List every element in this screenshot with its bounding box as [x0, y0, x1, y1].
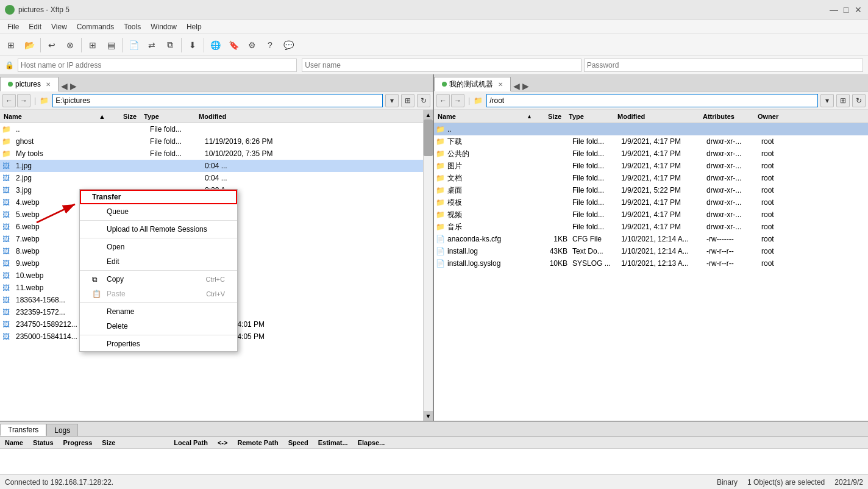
right-path-dropdown[interactable]: ▾	[820, 94, 834, 107]
ctx-copy[interactable]: ⧉ Copy Ctrl+C	[80, 272, 237, 287]
left-back-btn[interactable]: ←	[2, 94, 16, 107]
th-elapsed: Elapse...	[353, 437, 390, 448]
bottom-area: Transfers Logs Name Status Progress Size…	[0, 421, 868, 474]
folder-icon: 📁	[435, 137, 445, 146]
help-button[interactable]: ?	[261, 37, 279, 54]
transfer-button[interactable]: ⇄	[143, 37, 160, 54]
new-file-button[interactable]: 📄	[125, 37, 142, 54]
list-item[interactable]: 📁 ..	[434, 123, 868, 135]
ctx-transfer[interactable]: Transfer	[80, 190, 237, 204]
menu-tools[interactable]: Tools	[119, 21, 146, 32]
left-path-input[interactable]	[52, 94, 383, 107]
ctx-rename[interactable]: Rename	[80, 304, 237, 319]
image-icon: 🖼	[1, 247, 11, 255]
image-icon: 🖼	[1, 271, 11, 280]
list-item[interactable]: 📁 My tools File fold... 10/10/2020, 7:35…	[0, 148, 423, 160]
list-item[interactable]: 🖼 2.jpg 0:04 ...	[0, 172, 423, 184]
menu-edit[interactable]: Edit	[24, 21, 46, 32]
right-tab-prev[interactable]: ◀	[513, 81, 520, 91]
list-item[interactable]: 📁 桌面 File fold... 1/9/2021, 5:22 PM drwx…	[434, 184, 868, 196]
back-button[interactable]: ↩	[43, 37, 60, 54]
close-button[interactable]: ✕	[853, 5, 863, 15]
right-refresh-btn[interactable]: ↻	[852, 94, 866, 107]
right-list-header: Name ▲ Size Type Modified Attributes Own…	[434, 110, 868, 123]
list-item[interactable]: 🖼 1.jpg 0:04 ...	[0, 160, 423, 172]
maximize-button[interactable]: □	[841, 5, 851, 15]
right-tab-next[interactable]: ▶	[522, 81, 529, 91]
ctx-queue[interactable]: Queue	[80, 204, 237, 219]
ctx-paste[interactable]: 📋 Paste Ctrl+V	[80, 287, 237, 301]
tab-logs[interactable]: Logs	[46, 424, 78, 436]
left-list-header: Name ▲ Size Type Modified	[0, 110, 423, 123]
username-input[interactable]	[302, 59, 581, 72]
tab-transfers[interactable]: Transfers	[0, 424, 46, 436]
th-speed: Speed	[283, 437, 313, 448]
menu-view[interactable]: View	[46, 21, 72, 32]
new-session-button[interactable]: ⊞	[2, 37, 20, 54]
list-item[interactable]: 📁 音乐 File fold... 1/9/2021, 4:17 PM drwx…	[434, 221, 868, 233]
lock-icon: 🔒	[5, 61, 14, 70]
down-button[interactable]: ⬇	[184, 37, 201, 54]
list-item[interactable]: 📁 .. File fold...	[0, 123, 423, 135]
right-tab-main[interactable]: 我的测试机器 ✕	[434, 77, 511, 91]
ctx-delete[interactable]: Delete	[80, 319, 237, 334]
list-item[interactable]: 📁 ghost File fold... 11/19/2019, 6:26 PM	[0, 135, 423, 148]
left-tab-prev[interactable]: ◀	[61, 81, 68, 91]
right-forward-btn[interactable]: →	[451, 94, 464, 107]
list-item[interactable]: 📁 视频 File fold... 1/9/2021, 4:17 PM drwx…	[434, 209, 868, 221]
list-item[interactable]: 📄 anaconda-ks.cfg 1KB CFG File 1/10/2021…	[434, 233, 868, 245]
ctx-sep-5	[80, 335, 237, 335]
list-item[interactable]: 📁 下载 File fold... 1/9/2021, 4:17 PM drwx…	[434, 135, 868, 148]
selection-info: 1 Object(s) are selected	[747, 478, 825, 487]
left-scrollbar[interactable]: ▲ ▼	[423, 110, 433, 421]
list-item[interactable]: 📄 install.log.syslog 10KB SYSLOG ... 1/1…	[434, 257, 868, 269]
folder-icon: 📁	[435, 198, 445, 207]
right-nav-sep: |	[468, 96, 470, 105]
copy-button[interactable]: ⧉	[162, 37, 179, 54]
ctx-properties[interactable]: Properties	[80, 337, 237, 351]
th-estimated: Estimat...	[313, 437, 353, 448]
right-file-list[interactable]: Name ▲ Size Type Modified Attributes Own…	[434, 110, 868, 421]
right-tab-close[interactable]: ✕	[498, 81, 503, 88]
list-item[interactable]: 📁 图片 File fold... 1/9/2021, 4:17 PM drwx…	[434, 160, 868, 172]
menu-file[interactable]: File	[2, 21, 24, 32]
left-tab-close[interactable]: ✕	[46, 81, 51, 88]
left-copy-path-btn[interactable]: ⊞	[401, 94, 414, 107]
settings-button[interactable]: ⚙	[243, 37, 260, 54]
left-refresh-btn[interactable]: ↻	[417, 94, 430, 107]
left-folder-icon: 📁	[40, 96, 49, 105]
right-copy-path-btn[interactable]: ⊞	[836, 94, 850, 107]
ctx-edit[interactable]: Edit	[80, 254, 237, 269]
ctx-upload-all[interactable]: Upload to All Remote Sessions	[80, 222, 237, 237]
list-item[interactable]: 📁 公共的 File fold... 1/9/2021, 4:17 PM drw…	[434, 148, 868, 160]
list-item[interactable]: 📄 install.log 43KB Text Do... 1/10/2021,…	[434, 245, 868, 257]
window-controls: — □ ✕	[829, 5, 863, 15]
ctx-open[interactable]: Open	[80, 240, 237, 254]
right-file-area: Name ▲ Size Type Modified Attributes Own…	[434, 110, 868, 421]
bookmark-button[interactable]: 🔖	[225, 37, 242, 54]
menu-help[interactable]: Help	[182, 21, 207, 32]
minimize-button[interactable]: —	[829, 5, 839, 15]
globe-button[interactable]: 🌐	[207, 37, 224, 54]
scroll-thumb[interactable]	[424, 120, 433, 156]
stop-button[interactable]: ⊗	[62, 37, 79, 54]
host-input[interactable]	[18, 59, 297, 72]
right-back-btn[interactable]: ←	[436, 94, 450, 107]
image-icon: 🖼	[1, 186, 11, 195]
view-button[interactable]: ▤	[102, 37, 119, 54]
menu-window[interactable]: Window	[146, 21, 182, 32]
chat-button[interactable]: 💬	[280, 37, 297, 54]
right-path-input[interactable]	[486, 94, 818, 107]
properties-button[interactable]: ⊞	[84, 37, 101, 54]
list-item[interactable]: 📁 文档 File fold... 1/9/2021, 4:17 PM drwx…	[434, 172, 868, 184]
password-input[interactable]	[584, 59, 863, 72]
left-tab-pictures[interactable]: pictures ✕	[0, 77, 59, 91]
left-path-dropdown[interactable]: ▾	[385, 94, 399, 107]
left-tab-next[interactable]: ▶	[70, 81, 77, 91]
scroll-down-btn[interactable]: ▼	[424, 411, 433, 421]
left-forward-btn[interactable]: →	[17, 94, 30, 107]
list-item[interactable]: 📁 模板 File fold... 1/9/2021, 4:17 PM drwx…	[434, 196, 868, 209]
open-button[interactable]: 📂	[21, 37, 38, 54]
scroll-up-btn[interactable]: ▲	[424, 110, 433, 120]
menu-commands[interactable]: Commands	[72, 21, 119, 32]
